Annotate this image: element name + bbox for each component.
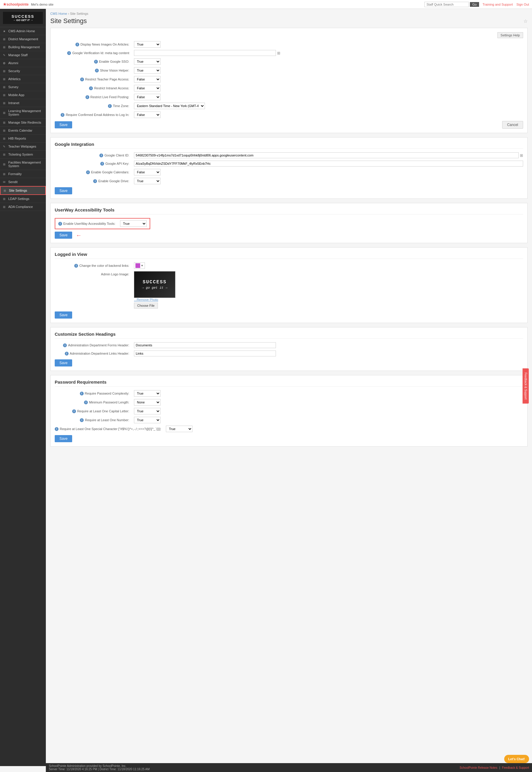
info-icon: i	[61, 113, 64, 117]
restrict-live-feed-row: i Restrict Live Feed Posting: False True	[55, 94, 523, 100]
sidebar-item-alumni[interactable]: ✿ Alumni	[0, 59, 46, 67]
google-client-id-row: i Google Client ID: ⊞	[55, 152, 523, 158]
sidebar-item-events-calendar[interactable]: ⊞ Events Calendar	[0, 127, 46, 135]
require-email-select[interactable]: False True	[134, 112, 161, 118]
sidebar-item-manage-staff[interactable]: ✎ Manage Staff	[0, 51, 46, 59]
sidebar-label: Facilities Management System	[8, 161, 43, 168]
one-number-select[interactable]: True False	[134, 417, 161, 423]
userway-highlight-box: i Enable UserWay Accessibility Tools: Tr…	[55, 218, 150, 229]
main-content: CMS Home › Site Settings Site Settings ☆…	[46, 9, 532, 766]
password-complexity-select[interactable]: True False	[134, 390, 161, 397]
restrict-live-feed-select[interactable]: False True	[134, 94, 161, 100]
general-cancel-button[interactable]: Cancel	[502, 121, 523, 129]
capital-letter-select[interactable]: True False	[134, 408, 161, 414]
google-api-key-label: i Google API Key:	[55, 162, 132, 166]
password-save-button[interactable]: Save	[55, 435, 72, 442]
logged-in-save-button[interactable]: Save	[55, 311, 72, 319]
forms-header-input[interactable]	[134, 342, 276, 348]
admin-logo-row: Admin Logo Image: SUCCESS → go get it → …	[55, 271, 523, 309]
chat-button[interactable]: Let's Chat!	[504, 755, 529, 763]
forms-header-label: i Administration Department Forms Header…	[55, 343, 132, 347]
restrict-live-feed-label: i Restrict Live Feed Posting:	[55, 95, 132, 99]
sidebar-item-ada[interactable]: ⊞ ADA Compliance	[0, 203, 46, 211]
sidebar-item-teacher-webpages[interactable]: ✎ Teacher Webpages	[0, 143, 46, 151]
lms-icon: ⊞	[3, 111, 7, 114]
google-client-id-input[interactable]	[134, 152, 519, 158]
userway-actions-row: Save ←	[55, 232, 523, 239]
search-input[interactable]	[424, 2, 469, 7]
info-icon: i	[95, 69, 99, 72]
timezone-label: i Time Zone:	[55, 104, 132, 108]
training-link[interactable]: Training and Support	[483, 3, 513, 6]
info-icon: i	[65, 352, 69, 356]
restrict-teacher-select[interactable]: False True	[134, 76, 161, 83]
settings-help-button[interactable]: Settings Help	[497, 32, 523, 38]
sidebar-item-site-settings[interactable]: ⊞ Site Settings	[0, 186, 46, 195]
sidebar-item-lms[interactable]: ⊞ Learning Management System	[0, 107, 46, 119]
general-save-button[interactable]: Save	[55, 121, 72, 128]
userway-save-button[interactable]: Save	[55, 232, 72, 239]
favorite-star-icon[interactable]: ☆	[523, 18, 528, 24]
nav-links: Training and Support Sign Out	[483, 3, 529, 6]
sidebar-item-facilities[interactable]: ⊞ Facilities Management System	[0, 159, 46, 170]
info-icon: i	[108, 104, 112, 108]
google-actions-row: Save	[55, 187, 523, 194]
sidebar-item-manage-site-redirects[interactable]: ⊞ Manage Site Redirects	[0, 119, 46, 127]
feedback-link[interactable]: Feedback & Support	[502, 766, 529, 766]
ldap-icon: ⊞	[3, 197, 7, 201]
remove-photo-link[interactable]: ...Remove Photo	[134, 298, 175, 301]
info-icon: i	[100, 162, 104, 166]
enable-drive-select[interactable]: True False	[134, 178, 161, 184]
search-button[interactable]: Go	[470, 2, 479, 7]
restrict-intranet-label: i Restrict Intranet Access:	[55, 86, 132, 90]
sidebar-item-building-management[interactable]: ⊞ Building Management	[0, 43, 46, 51]
footer-company: SchoolPointe Administration provided by …	[49, 764, 150, 766]
sidebar-item-athletics[interactable]: ⊞ Athletics	[0, 75, 46, 83]
min-length-select[interactable]: None 6 8 10 12	[134, 399, 161, 406]
sidebar-item-sendit[interactable]: ✉ Sendit	[0, 178, 46, 186]
sidebar-item-mobile-app[interactable]: ⊞ Mobile App	[0, 91, 46, 99]
choose-file-button[interactable]: Choose File	[134, 303, 158, 309]
google-api-key-input[interactable]	[134, 161, 523, 167]
sidebar-label: Manage Staff	[8, 53, 28, 57]
show-vision-helper-select[interactable]: True False	[134, 67, 161, 74]
info-icon: i	[75, 43, 79, 46]
display-news-images-select[interactable]: True False	[134, 41, 161, 48]
userway-enable-select[interactable]: True False	[120, 220, 147, 227]
sidebar-item-security[interactable]: ⊞ Security	[0, 67, 46, 75]
google-save-button[interactable]: Save	[55, 187, 72, 194]
color-swatch[interactable]: ▼	[134, 262, 145, 269]
sidebar-item-ticketing[interactable]: ⊞ Ticketing System	[0, 151, 46, 159]
signout-link[interactable]: Sign Out	[516, 3, 529, 6]
enable-google-sso-select[interactable]: True False	[134, 58, 161, 65]
sidebar-item-hib-reports[interactable]: ⊞ HIB Reports	[0, 135, 46, 143]
sidebar-item-cms-admin-home[interactable]: ★ CMS Admin Home	[0, 27, 46, 35]
enable-calendars-row: i Enable Google Calendars: False True	[55, 169, 523, 175]
sidebar-item-formality[interactable]: ⊞ Formality	[0, 170, 46, 178]
chevron-down-icon: ▼	[141, 264, 143, 267]
min-length-row: i Minimum Password Length: None 6 8 10 1…	[55, 399, 523, 406]
sidebar-label: Formality	[8, 172, 22, 176]
info-icon: i	[89, 86, 93, 90]
copy-icon[interactable]: ⊞	[277, 51, 280, 55]
sidebar-item-intranet[interactable]: ⊞ Intranet	[0, 99, 46, 107]
sidebar-item-survey[interactable]: ⊞ Survey	[0, 83, 46, 91]
release-notes-link[interactable]: SchoolPointe Release Notes	[460, 766, 497, 766]
google-verification-input[interactable]	[134, 50, 276, 56]
one-number-row: i Require at Least One Number: True Fals…	[55, 417, 523, 423]
sidebar-item-ldap[interactable]: ⊞ LDAP Settings	[0, 195, 46, 203]
timezone-select[interactable]: Eastern Standard Time - New York (GMT-4)	[134, 103, 205, 109]
sidebar-item-district-management[interactable]: ⊞ District Management	[0, 35, 46, 43]
copy-icon[interactable]: ⊞	[520, 153, 523, 158]
feedback-tab[interactable]: Feedback & Support	[523, 368, 529, 403]
userway-enable-row: i Enable UserWay Accessibility Tools: Tr…	[55, 218, 523, 229]
headings-save-button[interactable]: Save	[55, 359, 72, 366]
special-char-select[interactable]: True False	[166, 426, 193, 432]
edit-icon: ✎	[3, 54, 7, 57]
info-icon: i	[80, 77, 84, 81]
color-label: i Change the color of backend links:	[55, 264, 132, 268]
links-header-input[interactable]	[134, 351, 276, 356]
restrict-intranet-select[interactable]: False True	[134, 85, 161, 91]
enable-calendars-select[interactable]: False True	[134, 169, 161, 175]
breadcrumb-home[interactable]: CMS Home	[50, 12, 67, 15]
